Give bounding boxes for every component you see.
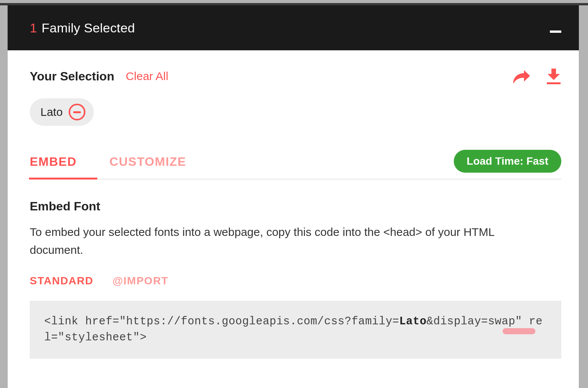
tabs-row: EMBED CUSTOMIZE Load Time: Fast	[30, 149, 561, 180]
highlight-annotation	[503, 328, 535, 334]
selected-count: 1	[30, 21, 37, 35]
download-icon[interactable]	[546, 68, 561, 85]
drawer-content: Your Selection Clear All Lato EMBED CUST…	[8, 50, 579, 359]
embed-description: To embed your selected fonts into a webp…	[30, 223, 525, 259]
load-time-badge: Load Time: Fast	[454, 150, 561, 173]
minimize-icon[interactable]	[550, 30, 561, 33]
font-chip-label: Lato	[40, 106, 63, 119]
remove-chip-icon[interactable]	[69, 104, 85, 120]
subtab-standard[interactable]: STANDARD	[30, 275, 93, 287]
svg-rect-0	[547, 82, 561, 84]
minus-icon	[73, 111, 81, 113]
your-selection-label: Your Selection	[30, 69, 114, 83]
subtab-import[interactable]: @IMPORT	[112, 275, 169, 287]
tab-customize[interactable]: CUSTOMIZE	[109, 149, 186, 179]
drawer-title: 1Family Selected	[30, 21, 135, 35]
tab-embed[interactable]: EMBED	[30, 149, 77, 179]
font-chip: Lato	[30, 98, 94, 126]
embed-font-title: Embed Font	[30, 199, 561, 213]
drawer-title-text: Family Selected	[42, 21, 135, 35]
clear-all-button[interactable]: Clear All	[126, 70, 169, 83]
drawer-header: 1Family Selected	[8, 5, 579, 50]
selection-row: Your Selection Clear All	[30, 68, 561, 85]
font-drawer-panel: 1Family Selected Your Selection Clear Al…	[8, 5, 579, 388]
embed-section: Embed Font To embed your selected fonts …	[30, 199, 561, 359]
code-pre: <link href="https://fonts.googleapis.com…	[44, 315, 399, 328]
share-icon[interactable]	[512, 70, 530, 85]
code-family: Lato	[399, 315, 427, 328]
chips-row: Lato	[30, 98, 561, 126]
action-icons	[512, 68, 561, 85]
embed-code-block[interactable]: <link href="https://fonts.googleapis.com…	[30, 301, 561, 359]
embed-subtabs: STANDARD @IMPORT	[30, 275, 561, 287]
